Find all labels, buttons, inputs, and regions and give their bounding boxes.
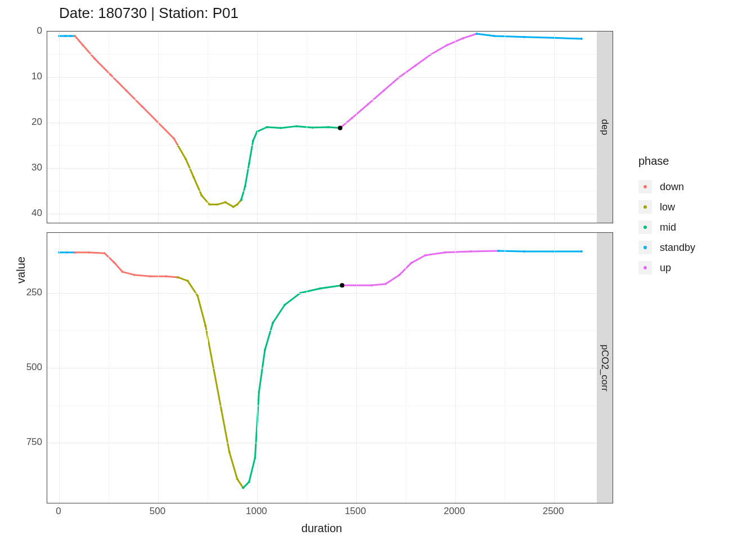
svg-point-70 bbox=[242, 487, 244, 489]
svg-point-23 bbox=[240, 199, 242, 201]
legend-label: low bbox=[660, 201, 675, 213]
legend-item-mid: mid bbox=[638, 217, 695, 237]
svg-point-67 bbox=[220, 409, 223, 411]
svg-point-68 bbox=[228, 451, 231, 453]
svg-point-18 bbox=[217, 204, 219, 206]
svg-point-54 bbox=[88, 251, 90, 254]
svg-point-21 bbox=[236, 204, 238, 206]
panel-dep bbox=[47, 31, 598, 223]
svg-point-92 bbox=[523, 250, 525, 253]
x-tick: 2500 bbox=[543, 506, 564, 517]
legend-label: standby bbox=[660, 242, 695, 254]
legend-dot-icon bbox=[644, 205, 647, 209]
svg-point-63 bbox=[187, 280, 189, 282]
svg-point-25 bbox=[248, 163, 250, 165]
x-tick: 500 bbox=[150, 506, 165, 517]
svg-point-64 bbox=[196, 295, 199, 297]
y-tick: 30 bbox=[8, 162, 42, 173]
svg-point-60 bbox=[165, 275, 167, 277]
y-tick: 500 bbox=[8, 362, 42, 373]
svg-point-33 bbox=[339, 127, 341, 129]
facet-strip-pco2: pCO2_corr bbox=[597, 232, 613, 503]
y-tick: 10 bbox=[8, 71, 42, 82]
svg-point-56 bbox=[114, 262, 116, 264]
svg-point-85 bbox=[398, 274, 400, 276]
svg-point-88 bbox=[444, 251, 446, 254]
legend-label: down bbox=[660, 181, 684, 193]
svg-point-73 bbox=[254, 457, 256, 459]
svg-point-65 bbox=[204, 325, 206, 327]
svg-point-34 bbox=[339, 127, 341, 129]
legend-item-standby: standby bbox=[638, 237, 695, 258]
svg-point-37 bbox=[382, 89, 385, 92]
svg-point-28 bbox=[266, 126, 268, 128]
svg-point-77 bbox=[284, 304, 286, 306]
svg-point-52 bbox=[74, 251, 76, 254]
svg-point-16 bbox=[200, 194, 202, 196]
svg-point-62 bbox=[177, 276, 179, 278]
legend-dot-icon bbox=[644, 185, 647, 188]
x-tick: 0 bbox=[56, 506, 61, 517]
legend-item-low: low bbox=[638, 197, 695, 217]
svg-point-75 bbox=[264, 349, 266, 351]
legend-swatch bbox=[638, 200, 652, 214]
legend-item-up: up bbox=[638, 258, 695, 278]
svg-point-89 bbox=[470, 250, 472, 253]
page-title: Date: 180730 | Station: P01 bbox=[59, 4, 238, 22]
legend-dot-icon bbox=[644, 246, 647, 249]
svg-point-80 bbox=[341, 284, 343, 286]
svg-point-81 bbox=[341, 284, 343, 286]
svg-point-5 bbox=[82, 44, 84, 46]
legend-swatch bbox=[638, 241, 652, 254]
legend-swatch bbox=[638, 261, 652, 274]
svg-point-15 bbox=[192, 176, 195, 178]
svg-point-61 bbox=[177, 276, 179, 278]
x-tick: 1000 bbox=[246, 506, 267, 517]
svg-point-51 bbox=[66, 251, 68, 254]
svg-point-43 bbox=[475, 33, 478, 35]
svg-point-8 bbox=[125, 89, 128, 92]
legend-item-down: down bbox=[638, 177, 695, 197]
svg-point-90 bbox=[497, 250, 500, 252]
svg-point-95 bbox=[340, 283, 344, 287]
svg-point-3 bbox=[74, 35, 76, 37]
svg-point-41 bbox=[446, 44, 448, 46]
svg-point-24 bbox=[244, 185, 246, 187]
svg-point-4 bbox=[74, 35, 76, 37]
svg-point-17 bbox=[208, 204, 210, 206]
svg-point-29 bbox=[280, 127, 282, 129]
chart-root: Date: 180730 | Station: P01 value durati… bbox=[0, 0, 756, 540]
svg-point-76 bbox=[272, 322, 274, 324]
y-tick: 750 bbox=[8, 436, 42, 448]
legend: phase downlowmidstandbyup bbox=[638, 155, 695, 278]
svg-point-87 bbox=[424, 254, 426, 256]
svg-point-46 bbox=[523, 36, 525, 38]
svg-point-30 bbox=[295, 125, 298, 127]
svg-point-11 bbox=[173, 137, 175, 140]
svg-point-39 bbox=[414, 65, 416, 67]
svg-point-42 bbox=[462, 37, 464, 39]
svg-point-71 bbox=[242, 487, 244, 489]
svg-point-44 bbox=[475, 33, 478, 35]
svg-point-74 bbox=[258, 391, 260, 393]
svg-point-31 bbox=[311, 127, 313, 129]
x-axis-label: duration bbox=[302, 522, 342, 535]
svg-point-57 bbox=[122, 271, 124, 273]
svg-point-58 bbox=[133, 274, 136, 276]
svg-point-22 bbox=[240, 199, 242, 201]
panel-pco2 bbox=[47, 232, 598, 503]
svg-point-55 bbox=[104, 252, 106, 254]
svg-point-2 bbox=[70, 35, 72, 37]
x-tick: 2000 bbox=[444, 506, 465, 517]
facet-strip-dep: dep bbox=[597, 31, 613, 223]
legend-label: up bbox=[660, 262, 671, 274]
svg-point-14 bbox=[184, 158, 187, 160]
svg-point-26 bbox=[252, 140, 254, 142]
svg-point-91 bbox=[497, 250, 500, 252]
facet-label: dep bbox=[599, 119, 610, 135]
svg-point-6 bbox=[93, 58, 96, 60]
facet-label: pCO2_corr bbox=[599, 344, 610, 391]
svg-point-7 bbox=[110, 74, 112, 76]
svg-point-49 bbox=[338, 126, 343, 130]
legend-swatch bbox=[638, 220, 652, 234]
